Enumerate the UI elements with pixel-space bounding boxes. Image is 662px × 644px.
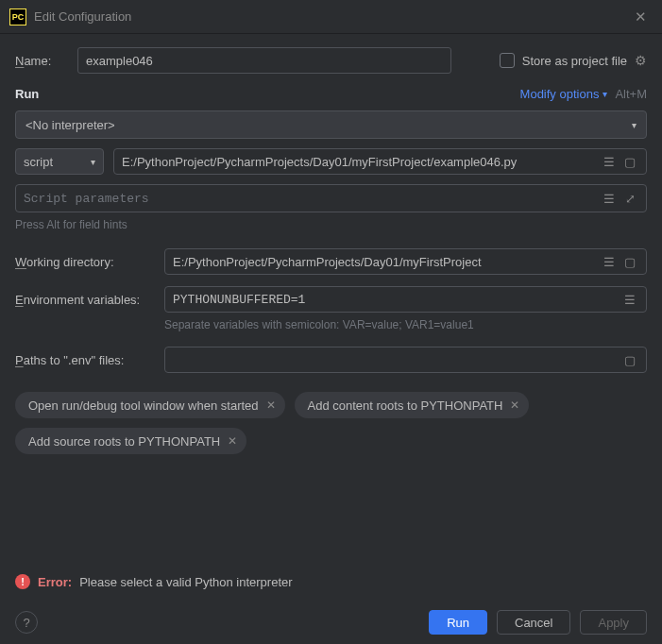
name-row: Name: Store as project file ⚙ — [15, 47, 647, 74]
close-icon[interactable]: ✕ — [510, 398, 519, 412]
script-row: script ▾ E:/PythonProject/PycharmProject… — [15, 148, 647, 175]
envvars-value: PYTHONUNBUFFERED=1 — [173, 293, 620, 307]
apply-button[interactable]: Apply — [580, 610, 647, 635]
error-icon: ! — [15, 574, 30, 589]
chevron-down-icon: ▾ — [632, 120, 637, 130]
script-path-value: E:/PythonProject/PycharmProjects/Day01/m… — [122, 155, 599, 169]
run-section-header: Run Modify options ▾ Alt+M — [15, 87, 647, 101]
modify-options-link[interactable]: Modify options ▾ — [520, 87, 608, 101]
checkbox-icon[interactable] — [500, 53, 515, 68]
store-label: Store as project file — [522, 54, 627, 68]
expand-icon[interactable]: ⤢ — [620, 188, 640, 209]
error-message: ! Error: Please select a valid Python in… — [15, 574, 293, 589]
interpreter-dropdown[interactable]: <No interpreter> ▾ — [15, 110, 647, 139]
chip-add-source-roots: Add source roots to PYTHONPATH ✕ — [15, 428, 246, 454]
titlebar: PC Edit Configuration ✕ — [0, 0, 662, 34]
modify-label: Modify options — [520, 87, 600, 101]
chip-open-tool-window: Open run/debug tool window when started … — [15, 392, 285, 418]
error-label: Error: — [38, 575, 72, 589]
window-title: Edit Configuration — [34, 9, 629, 24]
chip-add-content-roots: Add content roots to PYTHONPATH ✕ — [295, 392, 530, 418]
script-type-dropdown[interactable]: script ▾ — [15, 148, 104, 175]
folder-icon[interactable]: ▢ — [620, 251, 640, 272]
close-icon[interactable]: ✕ — [228, 434, 237, 448]
chevron-down-icon: ▾ — [603, 89, 607, 99]
workdir-input[interactable]: E:/PythonProject/PycharmProjects/Day01/m… — [164, 248, 647, 275]
close-icon[interactable]: ✕ — [629, 5, 653, 29]
folder-icon[interactable]: ▢ — [620, 151, 640, 172]
folder-icon[interactable]: ▢ — [620, 349, 640, 370]
workdir-value: E:/PythonProject/PycharmProjects/Day01/m… — [173, 255, 599, 269]
envvars-label: Environment variables: — [15, 293, 153, 307]
envfiles-input[interactable]: ▢ — [164, 347, 647, 373]
workdir-label: Working directory: — [15, 255, 153, 269]
error-text: Please select a valid Python interpreter — [79, 575, 292, 589]
list-icon[interactable]: ☰ — [599, 188, 620, 209]
cancel-button[interactable]: Cancel — [497, 610, 570, 635]
option-chips: Open run/debug tool window when started … — [15, 392, 647, 454]
envvars-input[interactable]: PYTHONUNBUFFERED=1 ☰ — [164, 286, 647, 313]
script-path-input[interactable]: E:/PythonProject/PycharmProjects/Day01/m… — [113, 148, 647, 175]
dialog-content: Name: Store as project file ⚙ Run Modify… — [0, 34, 662, 467]
interpreter-value: <No interpreter> — [25, 118, 632, 132]
env-files-row: Paths to ".env" files: ▢ — [15, 347, 647, 373]
help-button[interactable]: ? — [15, 611, 38, 634]
name-input[interactable] — [77, 47, 451, 74]
script-parameters-input[interactable]: Script parameters ☰ ⤢ — [15, 184, 647, 212]
field-hints-text: Press Alt for field hints — [15, 218, 647, 231]
chip-label: Add content roots to PYTHONPATH — [308, 398, 503, 413]
env-vars-row: Environment variables: PYTHONUNBUFFERED=… — [15, 286, 647, 313]
gear-icon[interactable]: ⚙ — [635, 53, 647, 68]
run-button[interactable]: Run — [429, 610, 487, 635]
list-icon[interactable]: ☰ — [620, 289, 640, 310]
envfiles-label: Paths to ".env" files: — [15, 353, 153, 367]
chip-label: Add source roots to PYTHONPATH — [28, 434, 220, 449]
close-icon[interactable]: ✕ — [266, 398, 276, 412]
chip-label: Open run/debug tool window when started — [28, 398, 259, 413]
chevron-down-icon: ▾ — [91, 157, 95, 167]
dialog-footer: ? Run Cancel Apply — [0, 601, 662, 644]
section-title: Run — [15, 87, 39, 101]
script-type-label: script — [24, 155, 91, 169]
modify-shortcut: Alt+M — [615, 87, 647, 101]
envvars-hint: Separate variables with semicolon: VAR=v… — [164, 318, 647, 331]
list-icon[interactable]: ☰ — [599, 251, 620, 272]
working-directory-row: Working directory: E:/PythonProject/Pych… — [15, 248, 647, 275]
params-placeholder: Script parameters — [24, 192, 599, 206]
list-icon[interactable]: ☰ — [599, 151, 620, 172]
app-logo-icon: PC — [9, 8, 26, 25]
name-label: Name: — [15, 54, 68, 68]
store-as-project-file[interactable]: Store as project file ⚙ — [500, 53, 647, 68]
